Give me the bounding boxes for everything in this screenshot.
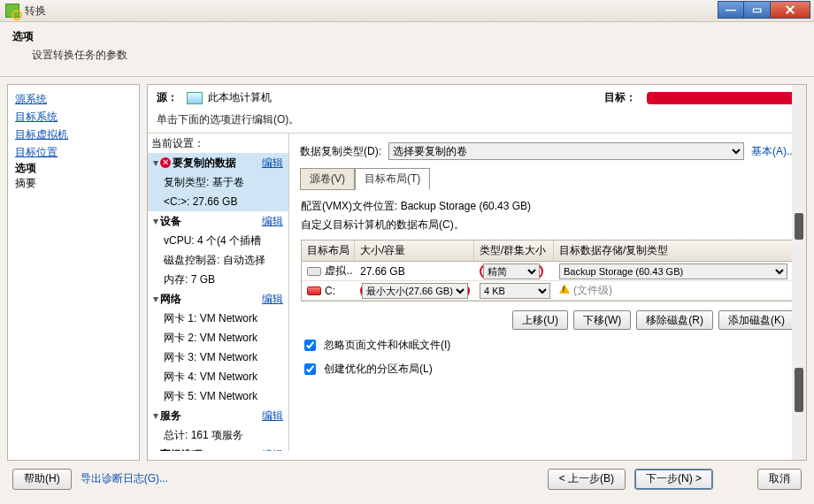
content-pane: 源： 此本地计算机 目标： 单击下面的选项进行编辑(O)。 当前设置：▾✕要复制… (147, 84, 807, 461)
tree-item[interactable]: 网卡 1: VM Network (148, 309, 288, 328)
tree-item[interactable]: 网卡 3: VM Network (148, 347, 288, 367)
tree-item[interactable]: <C:>: 27.66 GB (148, 192, 288, 211)
edit-link[interactable]: 编辑 (262, 408, 283, 424)
tree-item[interactable]: 总计: 161 项服务 (148, 425, 288, 445)
page-subtitle: 设置转换任务的参数 (32, 48, 802, 63)
tree-item[interactable]: 内存: 7 GB (148, 270, 288, 289)
tab[interactable]: 源卷(V) (300, 168, 355, 190)
tab[interactable]: 目标布局(T) (355, 168, 430, 190)
edit-link[interactable]: 编辑 (262, 155, 283, 171)
datastore-select[interactable]: Backup Storage (60.43 GB) (559, 263, 787, 279)
window-title: 转换 (25, 4, 46, 19)
tree-item[interactable]: 网卡 5: VM Network (148, 386, 288, 406)
tree-item[interactable]: 网卡 4: VM Network (148, 367, 288, 386)
remove-disk-button[interactable]: 移除磁盘(R) (636, 310, 713, 330)
source-label: 源： (157, 90, 178, 105)
nav-item: 选项 (15, 161, 132, 176)
option-label: 创建优化的分区布局(L) (324, 362, 433, 377)
tree-group[interactable]: ▾设备编辑 (148, 211, 288, 231)
tree-item[interactable]: 磁盘控制器: 自动选择 (148, 250, 288, 270)
edit-link[interactable]: 编辑 (262, 213, 283, 229)
layout-tabs: 源卷(V)目标布局(T) (300, 167, 795, 189)
column-header: 目标数据存储/复制类型 (554, 241, 794, 261)
column-header: 大小/容量 (355, 241, 474, 261)
settings-tree[interactable]: 当前设置：▾✕要复制的数据编辑复制类型: 基于卷<C:>: 27.66 GB▾设… (148, 134, 289, 451)
add-disk-button[interactable]: 添加磁盘(K) (718, 310, 795, 330)
window-controls: — ▭ (718, 1, 810, 19)
checkbox-row: 创建优化的分区布局(L) (301, 361, 795, 378)
copy-type-label: 数据复制类型(D): (300, 144, 381, 159)
drive-icon (307, 286, 321, 295)
cluster-select[interactable]: 4 KB (480, 283, 550, 299)
detail-panel: 数据复制类型(D): 选择要复制的卷 基本(A)... 源卷(V)目标布局(T)… (289, 134, 806, 451)
copy-type-select[interactable]: 选择要复制的卷 (388, 142, 744, 160)
twisty-icon[interactable]: ▾ (151, 447, 160, 451)
option-checkbox[interactable] (304, 363, 316, 375)
vm-disk-icon (307, 267, 321, 276)
table-row[interactable]: 虚拟…27.66 GB精简Backup Storage (60.43 GB) (302, 262, 794, 281)
tree-header: 当前设置： (148, 134, 288, 153)
error-icon: ✕ (160, 157, 171, 168)
tree-group[interactable]: ▾服务编辑 (148, 406, 288, 425)
vmx-location-text: 配置(VMX)文件位置: Backup Storage (60.43 GB) (301, 199, 795, 214)
twisty-icon[interactable]: ▾ (151, 291, 160, 307)
edit-link[interactable]: 编辑 (262, 447, 283, 451)
app-icon (5, 4, 19, 18)
edit-link[interactable]: 编辑 (262, 291, 283, 307)
cluster-select[interactable]: 精简 (483, 263, 540, 279)
size-select[interactable]: 最小大小(27.66 GB) (362, 283, 468, 299)
move-down-button[interactable]: 下移(W) (573, 310, 631, 330)
twisty-icon[interactable]: ▾ (151, 155, 160, 171)
twisty-icon[interactable]: ▾ (151, 408, 160, 424)
export-log-link[interactable]: 导出诊断日志(G)... (81, 471, 168, 486)
twisty-icon[interactable]: ▾ (151, 213, 160, 229)
tree-group[interactable]: ▾网络编辑 (148, 289, 288, 309)
computer-icon (187, 92, 203, 104)
nav-item[interactable]: 目标系统 (15, 108, 132, 126)
wizard-footer: 帮助(H) 导出诊断日志(G)... < 上一步(B) 下一步(N) > 取消 (0, 461, 814, 497)
disk-layout-grid: 目标布局大小/容量类型/群集大小目标数据存储/复制类型 虚拟…27.66 GB精… (301, 240, 795, 302)
wizard-nav: 源系统目标系统目标虚拟机目标位置选项摘要 (7, 84, 140, 461)
move-up-button[interactable]: 上移(U) (512, 310, 568, 330)
cancel-button[interactable]: 取消 (757, 469, 802, 490)
tree-group[interactable]: ▾高级选项编辑 (148, 445, 288, 451)
option-checkbox[interactable] (304, 340, 316, 351)
help-button[interactable]: 帮助(H) (12, 469, 72, 490)
tree-group[interactable]: ▾✕要复制的数据编辑 (148, 153, 288, 172)
tree-item[interactable]: 网卡 2: VM Network (148, 328, 288, 347)
nav-item[interactable]: 目标位置 (15, 143, 132, 161)
close-icon (785, 4, 795, 15)
scrollbar[interactable] (792, 85, 806, 460)
maximize-button[interactable]: ▭ (744, 1, 771, 19)
page-title: 选项 (12, 29, 802, 44)
nav-item[interactable]: 源系统 (15, 90, 132, 108)
nav-item: 摘要 (15, 176, 132, 191)
target-value-redacted (647, 92, 797, 104)
wizard-header: 选项 设置转换任务的参数 (0, 22, 814, 77)
column-header: 目标布局 (302, 241, 355, 261)
next-button[interactable]: 下一步(N) > (634, 469, 713, 490)
title-bar: 转换 — ▭ (0, 0, 814, 22)
nav-item[interactable]: 目标虚拟机 (15, 126, 132, 143)
warning-icon (559, 284, 570, 294)
back-button[interactable]: < 上一步(B) (548, 469, 626, 490)
tree-item[interactable]: 复制类型: 基于卷 (148, 172, 288, 192)
minimize-button[interactable]: — (718, 1, 744, 19)
checkbox-row: 忽略页面文件和休眠文件(I) (301, 337, 795, 354)
instruction-text: 单击下面的选项进行编辑(O)。 (148, 111, 806, 133)
target-label: 目标： (604, 90, 636, 105)
option-label: 忽略页面文件和休眠文件(I) (324, 338, 450, 353)
close-button[interactable] (771, 1, 810, 19)
source-value: 此本地计算机 (208, 90, 272, 105)
custom-layout-text: 自定义目标计算机的数据布局(C)。 (301, 218, 795, 233)
column-header: 类型/群集大小 (474, 241, 554, 261)
table-row[interactable]: C:最小大小(27.66 GB)4 KB(文件级) (302, 281, 794, 301)
basic-link[interactable]: 基本(A)... (751, 144, 795, 159)
tree-item[interactable]: vCPU: 4 个(4 个插槽 (148, 231, 288, 250)
